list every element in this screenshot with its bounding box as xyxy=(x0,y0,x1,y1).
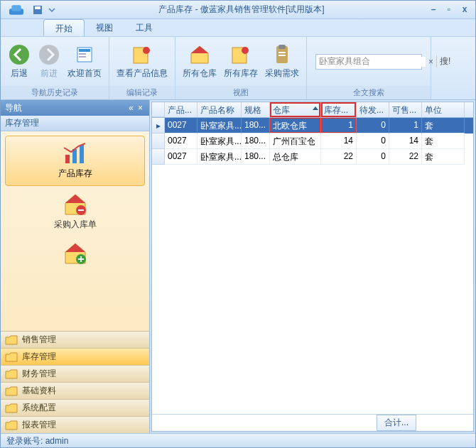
accordion-item[interactable]: 系统配置 xyxy=(1,399,149,416)
sidebar-section-inventory[interactable]: 库存管理 xyxy=(1,116,149,131)
svg-rect-3 xyxy=(35,6,40,9)
svg-rect-1 xyxy=(11,5,21,11)
window-title: 产品库存 - 傲蓝家具销售管理软件[试用版本] xyxy=(59,4,424,16)
home-icon xyxy=(73,43,96,66)
grid-column-header[interactable]: 库存... xyxy=(321,102,357,117)
chart-bars-icon xyxy=(61,142,90,165)
cell: 0 xyxy=(357,149,389,165)
cell: 14 xyxy=(321,133,357,149)
ribbon-tabs: 开始 视图 工具 xyxy=(1,19,475,36)
cell: 180... xyxy=(242,118,270,133)
cell: 1 xyxy=(389,118,422,133)
svg-rect-16 xyxy=(278,52,286,53)
statusbar: 登录账号: admin xyxy=(1,433,475,448)
svg-point-4 xyxy=(9,45,29,65)
ribbon-btn-back[interactable]: 后退 xyxy=(5,42,33,81)
accordion-item[interactable]: 财务管理 xyxy=(1,365,149,382)
svg-rect-20 xyxy=(80,145,84,163)
total-button[interactable]: 合计... xyxy=(377,415,416,431)
svg-point-11 xyxy=(143,47,150,54)
svg-rect-22 xyxy=(78,209,84,211)
row-indicator xyxy=(152,149,165,165)
cell: 22 xyxy=(321,149,357,165)
grid-column-header[interactable]: 产品名称 xyxy=(198,102,242,117)
cell: 22 xyxy=(389,149,422,165)
svg-rect-18 xyxy=(65,155,70,163)
maximize-button[interactable]: ▫ xyxy=(443,4,455,16)
svg-point-5 xyxy=(39,45,59,65)
search-go-button[interactable]: 搜! xyxy=(436,55,453,67)
sidebar: 导航 « × 库存管理 产品库存 采购入库单 xyxy=(1,100,150,433)
svg-rect-8 xyxy=(79,53,86,55)
cell: 0 xyxy=(357,133,389,149)
cell: 180... xyxy=(242,133,270,149)
forward-icon xyxy=(38,43,60,66)
ribbon-btn-all-wh[interactable]: 所有仓库 xyxy=(180,42,220,81)
login-account-label: 登录账号: admin xyxy=(6,435,68,447)
svg-rect-25 xyxy=(80,256,82,262)
accordion-item[interactable]: 库存管理 xyxy=(1,348,149,365)
svg-rect-9 xyxy=(79,56,86,58)
table-row[interactable]: 0027卧室家具...180...广州百宝仓14014套 xyxy=(152,133,473,149)
accordion-item[interactable]: 基础资料 xyxy=(1,382,149,399)
svg-rect-19 xyxy=(72,149,77,163)
ribbon-group: ×搜!全文搜索 xyxy=(307,37,431,99)
grid-column-header[interactable]: 单位 xyxy=(422,102,465,117)
ribbon: 后退前进欢迎首页导航历史记录查看产品信息编辑记录所有仓库所有库存采购需求视图×搜… xyxy=(1,36,475,100)
grid-header: 产品...产品名称规格仓库库存...待发...可售...单位 xyxy=(152,102,473,118)
grid-column-header[interactable]: 待发... xyxy=(357,102,389,117)
cell: 0027 xyxy=(165,118,198,133)
cell: 卧室家具... xyxy=(198,133,242,149)
cell: 套 xyxy=(422,118,465,133)
search-input[interactable] xyxy=(319,57,426,67)
ribbon-btn-forward: 前进 xyxy=(35,42,63,81)
accordion-item[interactable]: 报表管理 xyxy=(1,416,149,433)
folder-icon xyxy=(5,420,18,430)
row-indicator-header xyxy=(152,102,165,117)
product-info-icon xyxy=(131,43,153,66)
grid-column-header[interactable]: 仓库 xyxy=(270,102,321,117)
sort-asc-icon xyxy=(313,106,318,110)
clear-icon[interactable]: × xyxy=(428,57,433,67)
tab-start[interactable]: 开始 xyxy=(43,19,85,36)
table-row[interactable]: ▸0027卧室家具...180...北欧仓库101套 xyxy=(152,118,473,133)
nav-card-label: 产品库存 xyxy=(11,168,139,180)
row-indicator xyxy=(152,133,165,149)
grid-column-header[interactable]: 规格 xyxy=(242,102,270,117)
fulltext-search: ×搜! xyxy=(315,54,422,70)
sidebar-collapse-icon[interactable]: « xyxy=(126,103,136,113)
all-wh-icon xyxy=(188,43,211,66)
folder-icon xyxy=(5,403,18,413)
tab-tools[interactable]: 工具 xyxy=(124,19,164,36)
sidebar-close-icon[interactable]: × xyxy=(136,103,145,113)
close-button[interactable]: x xyxy=(458,4,471,16)
cell: 0 xyxy=(357,118,389,133)
ribbon-btn-all-stock[interactable]: 所有库存 xyxy=(221,42,261,81)
qat-save-icon[interactable] xyxy=(32,4,43,16)
cell: 180... xyxy=(242,149,270,165)
all-stock-icon xyxy=(229,43,252,66)
ribbon-btn-product-info[interactable]: 查看产品信息 xyxy=(114,42,171,81)
qat-dropdown-icon[interactable] xyxy=(46,4,58,16)
cell: 卧室家具... xyxy=(198,118,242,133)
grid-footer: 合计... xyxy=(152,414,473,431)
grid-column-header[interactable]: 可售... xyxy=(389,102,422,117)
app-logo-icon xyxy=(5,3,28,17)
nav-card-product-stock[interactable]: 产品库存 xyxy=(5,136,145,186)
cell: 1 xyxy=(321,118,357,133)
nav-item-add-stock[interactable] xyxy=(5,242,145,265)
folder-icon xyxy=(5,386,18,396)
minimize-button[interactable]: – xyxy=(427,4,440,16)
ribbon-btn-purchase[interactable]: 采购需求 xyxy=(262,42,302,81)
cell: 卧室家具... xyxy=(198,149,242,165)
folder-icon xyxy=(5,352,18,362)
table-row[interactable]: 0027卧室家具...180...总仓库22022套 xyxy=(152,149,473,165)
accordion-item[interactable]: 销售管理 xyxy=(1,331,149,348)
cell: 北欧仓库 xyxy=(270,118,321,133)
back-icon xyxy=(8,43,31,66)
tab-view[interactable]: 视图 xyxy=(85,19,124,36)
ribbon-btn-home[interactable]: 欢迎首页 xyxy=(65,42,104,81)
nav-item-purchase-in[interactable]: 采购入库单 xyxy=(5,193,145,231)
grid-column-header[interactable]: 产品... xyxy=(165,102,198,117)
row-indicator: ▸ xyxy=(152,118,165,133)
